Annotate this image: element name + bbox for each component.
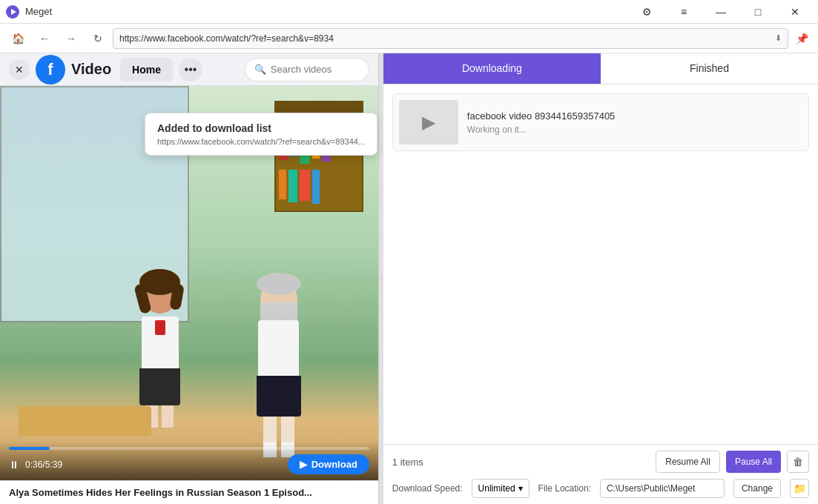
- speed-select[interactable]: Unlimited ▾: [472, 479, 530, 498]
- download-video-button[interactable]: ▶ Download: [288, 454, 369, 474]
- character-right: [247, 280, 310, 436]
- play-pause-button[interactable]: ⏸: [9, 459, 19, 471]
- bottom-bar: 1 items Resume All Pause All 🗑 Download …: [383, 444, 818, 504]
- time-display: 0:36/5:39: [25, 460, 62, 470]
- thumbnail-play-icon: ▶: [422, 112, 435, 133]
- speed-label: Download Speed:: [392, 483, 463, 494]
- facebook-logo-icon: f: [47, 60, 53, 79]
- right-panel: Downloading Finished ▶ facebook video 89…: [383, 53, 818, 504]
- file-location-input[interactable]: [600, 479, 725, 498]
- app-title: Meget: [25, 6, 52, 17]
- download-tabs: Downloading Finished: [383, 53, 818, 84]
- more-options-button[interactable]: •••: [179, 58, 202, 82]
- trash-button[interactable]: 🗑: [787, 451, 809, 473]
- minimize-button[interactable]: —: [704, 0, 738, 24]
- facebook-avatar: f: [36, 55, 65, 84]
- main-layout: ✕ f Video Home ••• 🔍 Added to download l…: [0, 53, 818, 504]
- bottom-row1: 1 items Resume All Pause All 🗑: [392, 451, 809, 473]
- progress-fill: [9, 447, 50, 450]
- open-folder-button[interactable]: 📁: [790, 479, 809, 498]
- address-text: https://www.facebook.com/watch/?ref=sear…: [119, 33, 772, 44]
- nav-bar: 🏠 ← → ↻ https://www.facebook.com/watch/?…: [0, 24, 818, 53]
- download-play-icon: ▶: [300, 459, 307, 470]
- bottom-buttons: Resume All Pause All 🗑: [656, 451, 809, 473]
- download-arrow-icon[interactable]: ⬇: [775, 33, 782, 43]
- close-button[interactable]: ✕: [778, 0, 812, 24]
- pin-button[interactable]: 📌: [791, 28, 812, 49]
- back-button[interactable]: ←: [33, 27, 56, 50]
- tooltip-title: Added to download list: [157, 122, 365, 134]
- items-count: 1 items: [392, 457, 423, 468]
- change-location-button[interactable]: Change: [733, 479, 781, 498]
- character-left: [132, 280, 188, 421]
- speed-arrow-icon: ▾: [518, 483, 523, 494]
- search-box: 🔍: [245, 58, 369, 82]
- title-bar: Meget ⚙ ≡ — □ ✕: [0, 0, 818, 24]
- settings-button[interactable]: ⚙: [630, 0, 664, 24]
- video-title: Alya Sometimes Hides Her Feelings in Rus…: [0, 480, 378, 504]
- close-tab-button[interactable]: ✕: [9, 59, 30, 80]
- tooltip-url: https://www.facebook.com/watch/?ref=sear…: [157, 137, 365, 146]
- title-bar-controls: ⚙ ≡ — □ ✕: [630, 0, 812, 24]
- app-icon: [6, 5, 19, 19]
- tab-finished[interactable]: Finished: [601, 53, 818, 84]
- menu-button[interactable]: ≡: [667, 0, 701, 24]
- tab-downloading[interactable]: Downloading: [383, 53, 601, 84]
- location-label: File Location:: [538, 483, 591, 494]
- progress-bar[interactable]: [9, 447, 369, 450]
- resume-all-button[interactable]: Resume All: [656, 451, 720, 473]
- bottom-row2: Download Speed: Unlimited ▾ File Locatio…: [392, 479, 809, 498]
- refresh-button[interactable]: ↻: [86, 27, 110, 50]
- item-info: facebook video 893441659357405 Working o…: [467, 110, 802, 135]
- video-label: Video: [71, 61, 111, 78]
- home-tab-button[interactable]: Home: [120, 58, 173, 82]
- title-bar-left: Meget: [6, 5, 52, 19]
- search-input[interactable]: [271, 64, 360, 75]
- pause-all-button[interactable]: Pause All: [726, 451, 781, 473]
- download-item: ▶ facebook video 893441659357405 Working…: [392, 93, 809, 151]
- browser-panel: ✕ f Video Home ••• 🔍 Added to download l…: [0, 53, 379, 504]
- download-label: Download: [311, 459, 357, 470]
- item-name: facebook video 893441659357405: [467, 110, 802, 122]
- search-icon: 🔍: [254, 64, 266, 75]
- controls-row: ⏸ 0:36/5:39 ▶ Download: [9, 454, 369, 474]
- maximize-button[interactable]: □: [741, 0, 775, 24]
- speed-value: Unlimited: [478, 483, 515, 494]
- video-controls: ⏸ 0:36/5:39 ▶ Download: [0, 441, 378, 480]
- desk-prop: [19, 406, 151, 436]
- browser-toolbar: ✕ f Video Home ••• 🔍: [0, 53, 378, 86]
- item-status: Working on it...: [467, 125, 802, 135]
- forward-button[interactable]: →: [59, 27, 83, 50]
- home-nav-button[interactable]: 🏠: [6, 27, 30, 50]
- tooltip-popup: Added to download list https://www.faceb…: [145, 113, 377, 156]
- download-list: ▶ facebook video 893441659357405 Working…: [383, 84, 818, 444]
- address-bar: https://www.facebook.com/watch/?ref=sear…: [113, 28, 788, 49]
- item-thumbnail: ▶: [399, 100, 458, 145]
